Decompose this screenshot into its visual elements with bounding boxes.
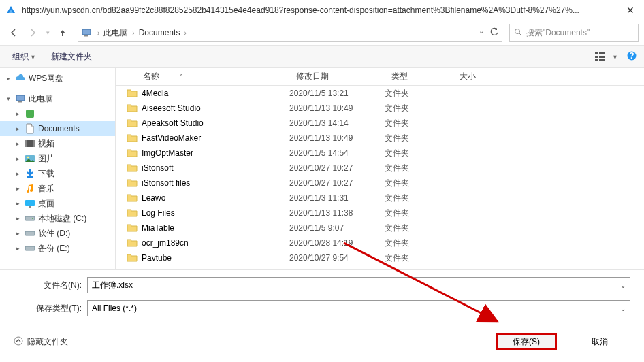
tree-label: 备份 (E:) bbox=[38, 243, 70, 254]
back-button[interactable] bbox=[5, 24, 22, 41]
file-type: 文件夹 bbox=[385, 252, 453, 264]
chevron-down-icon[interactable]: ⌄ bbox=[620, 305, 626, 312]
file-date: 2020/11/5 13:21 bbox=[289, 88, 385, 98]
file-date: 2020/11/5 9:07 bbox=[289, 223, 385, 233]
file-row[interactable]: Log Files2020/11/13 11:38文件夹 bbox=[116, 205, 644, 220]
expander-icon[interactable] bbox=[4, 95, 12, 102]
file-name: Pavtube bbox=[142, 253, 172, 263]
filetype-value: All Files (*.*) bbox=[92, 303, 620, 313]
chevron-down-icon[interactable]: ⌄ bbox=[620, 282, 626, 289]
file-row[interactable]: ImgOptMaster2020/11/5 14:54文件夹 bbox=[116, 146, 644, 161]
col-size[interactable]: 大小 bbox=[453, 71, 507, 82]
chevron-up-icon bbox=[14, 336, 23, 348]
file-row[interactable]: Leawo2020/11/3 11:31文件夹 bbox=[116, 191, 644, 205]
svg-rect-7 bbox=[599, 52, 605, 54]
view-mode-button[interactable]: ▼ bbox=[595, 52, 618, 62]
tree-wps[interactable]: WPS网盘 bbox=[0, 71, 115, 86]
breadcrumb-root[interactable]: 此电脑 bbox=[101, 26, 131, 40]
tree-downloads[interactable]: 下载 bbox=[0, 166, 115, 181]
file-type: 文件夹 bbox=[385, 118, 453, 129]
tree-backup-e[interactable]: 备份 (E:) bbox=[0, 241, 115, 256]
svg-line-3 bbox=[519, 33, 521, 35]
file-row[interactable]: PDF2020/11/5 11:43文件夹 bbox=[116, 265, 644, 269]
tree-desktop[interactable]: 桌面 bbox=[0, 196, 115, 211]
tree-pictures[interactable]: 图片 bbox=[0, 151, 115, 166]
file-row[interactable]: Aiseesoft Studio2020/11/13 10:49文件夹 bbox=[116, 101, 644, 116]
file-row[interactable]: iStonsoft2020/10/27 10:27文件夹 bbox=[116, 161, 644, 176]
breadcrumb-documents[interactable]: Documents bbox=[136, 27, 183, 39]
svg-point-24 bbox=[32, 218, 33, 219]
tree-label: 视频 bbox=[38, 138, 54, 150]
tree-documents[interactable]: Documents bbox=[0, 121, 115, 136]
tree-label: 音乐 bbox=[38, 183, 54, 195]
expander-icon[interactable] bbox=[14, 155, 22, 162]
refresh-icon[interactable] bbox=[489, 27, 499, 39]
file-name: Log Files bbox=[142, 208, 175, 218]
file-type: 文件夹 bbox=[385, 208, 453, 219]
organize-button[interactable]: 组织▼ bbox=[7, 48, 42, 65]
file-row[interactable]: ocr_jm189cn2020/10/28 14:19文件夹 bbox=[116, 235, 644, 250]
file-type: 文件夹 bbox=[385, 193, 453, 204]
col-type[interactable]: 类型 bbox=[385, 71, 453, 82]
help-icon[interactable]: ? bbox=[626, 50, 637, 63]
expander-icon[interactable] bbox=[14, 215, 22, 222]
file-row[interactable]: Pavtube2020/10/27 9:54文件夹 bbox=[116, 250, 644, 265]
file-name: iStonsoft bbox=[142, 163, 174, 173]
svg-rect-26 bbox=[25, 246, 35, 250]
recent-dropdown[interactable]: ▾ bbox=[44, 24, 52, 41]
tree-software-d[interactable]: 软件 (D:) bbox=[0, 226, 115, 241]
tree-this-pc[interactable]: 此电脑 bbox=[0, 91, 115, 106]
tree-videos[interactable]: 视频 bbox=[0, 136, 115, 151]
file-row[interactable]: Apeaksoft Studio2020/11/3 14:14文件夹 bbox=[116, 116, 644, 131]
expander-icon[interactable] bbox=[14, 110, 22, 117]
save-button[interactable]: 保存(S) bbox=[496, 333, 557, 350]
folder-icon bbox=[127, 163, 138, 173]
file-name: MiaTable bbox=[142, 223, 174, 233]
expander-icon[interactable] bbox=[14, 245, 22, 252]
close-icon[interactable]: ✕ bbox=[622, 5, 639, 16]
hide-folders-toggle[interactable]: 隐藏文件夹 bbox=[14, 336, 68, 348]
tree-label: 此电脑 bbox=[29, 93, 53, 105]
address-dropdown-icon[interactable]: ⌄ bbox=[479, 27, 484, 39]
col-date[interactable]: 修改日期 bbox=[289, 71, 385, 82]
file-row[interactable]: FastVideoMaker2020/11/13 10:49文件夹 bbox=[116, 131, 644, 146]
file-row[interactable]: 4Media2020/11/5 13:21文件夹 bbox=[116, 86, 644, 101]
expander-icon[interactable] bbox=[14, 185, 22, 192]
tree-music[interactable]: 音乐 bbox=[0, 181, 115, 196]
expander-icon[interactable] bbox=[14, 140, 22, 147]
address-bar[interactable]: › 此电脑 › Documents › ⌄ bbox=[78, 24, 502, 42]
filename-input[interactable]: 工作簿.xlsx ⌄ bbox=[87, 277, 630, 293]
svg-rect-8 bbox=[599, 56, 605, 58]
expander-icon[interactable] bbox=[14, 200, 22, 207]
new-folder-button[interactable]: 新建文件夹 bbox=[46, 48, 97, 65]
expander-icon[interactable] bbox=[14, 125, 22, 132]
this-pc-icon bbox=[81, 27, 92, 38]
file-name: PDF bbox=[142, 268, 158, 269]
search-input[interactable]: 搜索"Documents" bbox=[509, 24, 639, 42]
svg-rect-9 bbox=[599, 59, 605, 61]
file-date: 2020/11/3 14:14 bbox=[289, 118, 385, 128]
folder-icon bbox=[127, 148, 138, 158]
expander-icon[interactable] bbox=[14, 230, 22, 237]
file-row[interactable]: MiaTable2020/11/5 9:07文件夹 bbox=[116, 220, 644, 235]
svg-rect-22 bbox=[29, 206, 31, 208]
video-icon bbox=[25, 138, 35, 149]
chevron-right-icon: › bbox=[132, 29, 134, 37]
file-row[interactable]: iStonsoft files2020/10/27 10:27文件夹 bbox=[116, 176, 644, 191]
filetype-select[interactable]: All Files (*.*) ⌄ bbox=[87, 300, 630, 316]
file-name: Leawo bbox=[142, 193, 165, 203]
tree-label: 本地磁盘 (C:) bbox=[38, 213, 86, 225]
svg-rect-0 bbox=[82, 29, 91, 35]
cancel-button[interactable]: 取消 bbox=[569, 333, 630, 350]
folder-icon bbox=[127, 268, 138, 269]
col-name[interactable]: 名称˄ bbox=[116, 71, 289, 82]
expander-icon[interactable] bbox=[14, 170, 22, 177]
file-type: 文件夹 bbox=[385, 267, 453, 270]
up-button[interactable] bbox=[54, 24, 71, 41]
folder-icon bbox=[127, 208, 138, 218]
tree-label: Documents bbox=[38, 124, 80, 133]
expander-icon[interactable] bbox=[4, 75, 12, 82]
tree-green-app[interactable] bbox=[0, 106, 115, 121]
tree-label: 下载 bbox=[38, 168, 54, 180]
tree-local-c[interactable]: 本地磁盘 (C:) bbox=[0, 211, 115, 226]
